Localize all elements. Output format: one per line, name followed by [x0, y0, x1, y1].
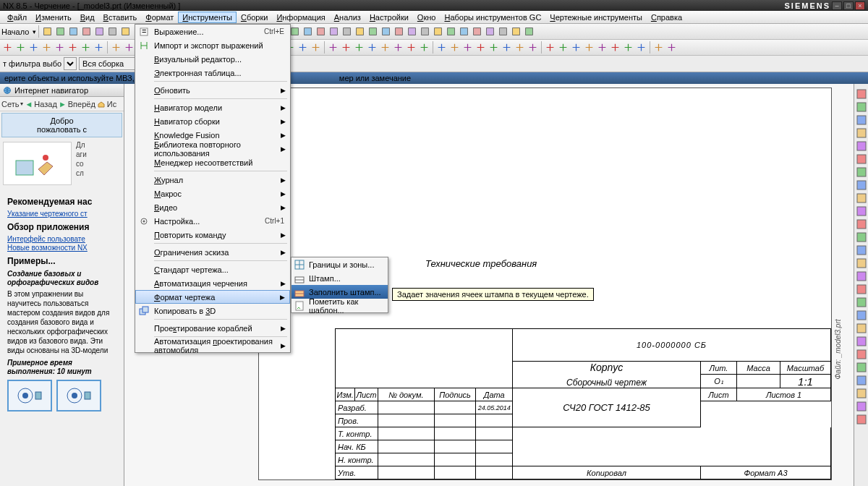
- menu-Окно[interactable]: Окно: [413, 12, 441, 23]
- tb1-btn-20[interactable]: [302, 25, 314, 38]
- menuitem-Ограниченияэскиза[interactable]: Ограничения эскиза▶: [135, 245, 290, 259]
- minimize-button[interactable]: –: [832, 1, 842, 10]
- tb2-btn-4[interactable]: [54, 41, 66, 54]
- rtool-9[interactable]: [856, 205, 867, 217]
- menu-Настройки[interactable]: Настройки: [365, 12, 413, 23]
- tb2-btn-44[interactable]: [596, 41, 608, 54]
- tb2-btn-1[interactable]: [14, 41, 27, 54]
- menu-Информация[interactable]: Информация: [272, 12, 329, 23]
- tb2-btn-33[interactable]: [448, 41, 461, 54]
- tb1-btn-23[interactable]: [341, 25, 353, 38]
- sb-link3[interactable]: Новые возможности NX: [7, 244, 116, 252]
- filter-sel1[interactable]: [64, 57, 77, 70]
- tb2-btn-5[interactable]: [67, 41, 79, 54]
- menuitem-Видео[interactable]: Видео▶: [135, 200, 290, 214]
- tb2-btn-46[interactable]: [622, 41, 634, 54]
- rtool-5[interactable]: [856, 153, 867, 165]
- tb2-btn-24[interactable]: [327, 41, 339, 54]
- tb2-btn-22[interactable]: [297, 41, 309, 54]
- tb2-btn-43[interactable]: [583, 41, 595, 54]
- rtool-23[interactable]: [856, 388, 867, 399]
- tb2-btn-2[interactable]: [27, 41, 40, 54]
- tb2-btn-25[interactable]: [340, 41, 352, 54]
- rtool-4[interactable]: [856, 140, 867, 152]
- tb2-btn-41[interactable]: [557, 41, 569, 54]
- rtool-22[interactable]: [856, 375, 867, 386]
- menuitem-Менеджернесоответствий[interactable]: Менеджер несоответствий: [135, 155, 290, 169]
- menuitem-Форматчертежа[interactable]: Формат чертежа▶: [135, 290, 290, 304]
- rtool-2[interactable]: [856, 114, 867, 126]
- tb1-btn-6[interactable]: [119, 25, 132, 38]
- rtool-20[interactable]: [856, 349, 867, 360]
- rtool-13[interactable]: [856, 257, 867, 269]
- menu-Формат[interactable]: Формат: [141, 12, 178, 23]
- menu-Вставить[interactable]: Вставить: [99, 12, 142, 23]
- tb2-btn-37[interactable]: [501, 41, 513, 54]
- menu-Вид[interactable]: Вид: [76, 12, 99, 23]
- tb2-btn-23[interactable]: [310, 41, 322, 54]
- rtool-19[interactable]: [856, 336, 867, 347]
- thumb-2[interactable]: [56, 380, 101, 412]
- menuitem-Выражение[interactable]: =Выражение...Ctrl+E: [135, 25, 290, 38]
- menuitem-Визуальныйредактор[interactable]: Визуальный редактор...: [135, 52, 290, 66]
- tb2-btn-30[interactable]: [405, 41, 417, 54]
- tb2-btn-34[interactable]: [461, 41, 474, 54]
- menuitem-Проектированиекораблей[interactable]: Проектирование кораблей▶: [135, 321, 290, 335]
- rtool-16[interactable]: [856, 297, 867, 308]
- submenuitem-Границыизоны[interactable]: Границы и зоны...: [292, 257, 388, 271]
- rtool-17[interactable]: [856, 310, 867, 321]
- tb1-btn-28[interactable]: [406, 25, 418, 38]
- tb1-btn-31[interactable]: [445, 25, 457, 38]
- tb1-btn-30[interactable]: [432, 25, 444, 38]
- menuitem-Копироватьв3D[interactable]: Копировать в 3D: [135, 304, 290, 317]
- menuitem-Макрос[interactable]: Макрос▶: [135, 187, 290, 200]
- menuitem-Библиотекаповторногоиспользования[interactable]: Библиотека повторного использования▶: [135, 142, 290, 155]
- tb2-btn-38[interactable]: [514, 41, 526, 54]
- sidebar-nav[interactable]: Сеть▾ ◄Назад ►Вперёд Ис: [0, 97, 124, 111]
- tb1-btn-34[interactable]: [484, 25, 496, 38]
- menu-Файл[interactable]: Файл: [3, 12, 31, 23]
- tb2-btn-39[interactable]: [527, 41, 539, 54]
- tb1-btn-29[interactable]: [419, 25, 431, 38]
- menuitem-Импортиэкспортвыражений[interactable]: Импорт и экспорт выражений: [135, 38, 290, 52]
- menuitem-Журнал[interactable]: Журнал▶: [135, 173, 290, 187]
- menuitem-Обновить[interactable]: Обновить▶: [135, 83, 290, 97]
- tb2-btn-8[interactable]: [110, 41, 122, 54]
- tb1-btn-5[interactable]: [106, 25, 119, 38]
- tb2-btn-0[interactable]: [1, 41, 14, 54]
- rtool-15[interactable]: [856, 284, 867, 295]
- menuitem-Автоматизациячерчения[interactable]: Автоматизация черчения▶: [135, 276, 290, 290]
- maximize-button[interactable]: □: [843, 1, 854, 10]
- tb1-btn-36[interactable]: [510, 25, 522, 38]
- tb2-btn-28[interactable]: [379, 41, 391, 54]
- rtool-0[interactable]: [856, 88, 867, 100]
- tb1-btn-32[interactable]: [458, 25, 470, 38]
- tb1-btn-21[interactable]: [315, 25, 327, 38]
- menu-Сборки[interactable]: Сборки: [237, 12, 272, 23]
- sb-link1[interactable]: Указание чертежного ст: [7, 210, 116, 218]
- tb1-btn-3[interactable]: [80, 25, 93, 38]
- menuitem-Повторитькоманду[interactable]: Повторить команду▶: [135, 228, 290, 242]
- rtool-24[interactable]: [856, 401, 867, 412]
- menuitem-Настройка[interactable]: Настройка...Ctrl+1: [135, 214, 290, 228]
- tb1-btn-25[interactable]: [367, 25, 379, 38]
- tb2-btn-29[interactable]: [392, 41, 404, 54]
- tb2-btn-48[interactable]: [652, 41, 665, 54]
- tb1-btn-0[interactable]: [41, 25, 54, 38]
- rtool-25[interactable]: [856, 414, 867, 425]
- menu-Изменить[interactable]: Изменить: [31, 12, 76, 23]
- tb1-btn-27[interactable]: [393, 25, 405, 38]
- menuitem-Электроннаятаблица[interactable]: Электронная таблица...: [135, 66, 290, 80]
- tb2-btn-9[interactable]: [123, 41, 135, 54]
- rtool-10[interactable]: [856, 218, 867, 230]
- rtool-8[interactable]: [856, 192, 867, 204]
- rtool-11[interactable]: [856, 231, 867, 243]
- tb2-btn-35[interactable]: [475, 41, 487, 54]
- tb1-btn-2[interactable]: [67, 25, 80, 38]
- submenuitem-Штамп[interactable]: Штамп...: [292, 271, 388, 285]
- tb2-btn-3[interactable]: [41, 41, 53, 54]
- rtool-14[interactable]: [856, 270, 867, 282]
- rtool-18[interactable]: [856, 323, 867, 334]
- tb2-btn-36[interactable]: [488, 41, 500, 54]
- tb1-btn-1[interactable]: [54, 25, 67, 38]
